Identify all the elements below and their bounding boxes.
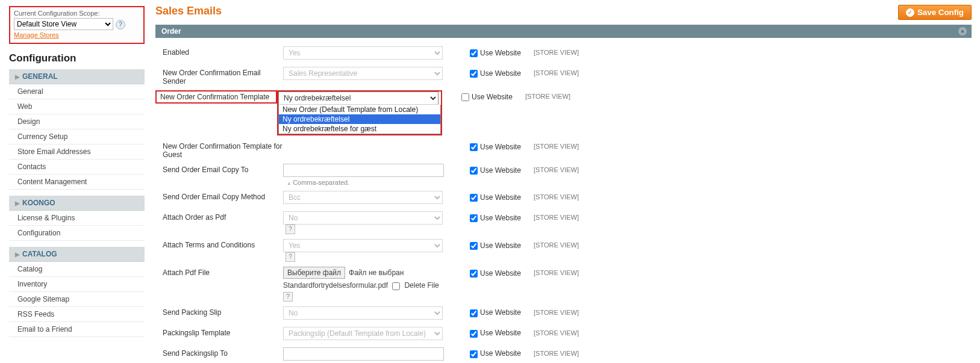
use-website-checkbox[interactable] bbox=[470, 143, 478, 151]
label-packing-slip: Send Packing Slip bbox=[155, 306, 283, 317]
sidebar-item[interactable]: Contacts bbox=[9, 160, 145, 175]
collapse-icon[interactable]: ▲ bbox=[958, 27, 967, 36]
use-website-template[interactable]: Use Website bbox=[459, 93, 513, 101]
use-website-copy-method[interactable]: Use Website bbox=[467, 193, 521, 202]
sidebar-item[interactable]: Catalog bbox=[9, 262, 145, 277]
file-status: Файл не выбран bbox=[349, 268, 404, 277]
check-icon: ✓ bbox=[906, 8, 914, 17]
use-website-checkbox[interactable] bbox=[470, 350, 478, 358]
use-website-checkbox[interactable] bbox=[470, 330, 478, 338]
input-packing-to[interactable] bbox=[283, 347, 444, 361]
page-title: Sales Emails bbox=[155, 5, 222, 17]
label-attach-file: Attach Pdf File bbox=[155, 267, 283, 277]
help-icon[interactable]: ? bbox=[283, 292, 293, 302]
use-website-attach-tc[interactable]: Use Website bbox=[467, 241, 521, 250]
nav-category[interactable]: ▶GENERAL bbox=[9, 69, 145, 84]
select-attach-pdf: No bbox=[283, 211, 443, 225]
label-copy-to: Send Order Email Copy To bbox=[155, 164, 283, 174]
delete-file-label: Delete File bbox=[404, 281, 439, 290]
sidebar-item[interactable]: Design bbox=[9, 114, 145, 129]
section-body-order: Enabled Yes Use Website [STORE VIEW] New… bbox=[155, 38, 972, 363]
help-icon[interactable]: ? bbox=[116, 20, 125, 29]
sidebar: Current Configuration Scope: Default Sto… bbox=[0, 0, 145, 363]
select-template-box: Ny ordrebekræftelsel New Order (Default … bbox=[277, 90, 442, 135]
select-sender: Sales Representative bbox=[283, 67, 443, 80]
input-copy-to[interactable] bbox=[283, 164, 444, 177]
help-icon[interactable]: ? bbox=[286, 252, 295, 262]
scope-tag: [STORE VIEW] bbox=[534, 140, 579, 150]
scope-tag: [STORE VIEW] bbox=[534, 191, 579, 200]
use-website-checkbox[interactable] bbox=[470, 242, 478, 250]
use-website-checkbox[interactable] bbox=[470, 270, 478, 278]
select-packing-tmpl: Packingslip (Default Template from Local… bbox=[283, 327, 443, 340]
scope-label: Current Configuration Scope: bbox=[14, 10, 140, 17]
chevron-right-icon: ▶ bbox=[15, 73, 20, 80]
scope-tag: [STORE VIEW] bbox=[534, 306, 579, 316]
file-choose-button[interactable]: Выберите файл bbox=[283, 267, 345, 279]
sidebar-item[interactable]: Email to a Friend bbox=[9, 322, 145, 337]
file-current-line: Standardfortrydelsesformular.pdf Delete … bbox=[283, 281, 451, 290]
chevron-right-icon: ▶ bbox=[15, 251, 20, 258]
sidebar-item[interactable]: RSS Feeds bbox=[9, 307, 145, 322]
sidebar-item[interactable]: Configuration bbox=[9, 226, 145, 241]
sidebar-item[interactable]: License & Plugins bbox=[9, 211, 145, 226]
use-website-checkbox[interactable] bbox=[470, 309, 478, 317]
label-attach-pdf: Attach Order as Pdf bbox=[155, 211, 283, 222]
save-config-button[interactable]: ✓Save Config bbox=[898, 5, 972, 20]
section-header-order[interactable]: Order ▲ bbox=[155, 25, 972, 38]
use-website-copy-to[interactable]: Use Website bbox=[467, 166, 521, 175]
note-copy-to: Comma-separated. bbox=[287, 179, 451, 186]
sidebar-item[interactable]: Inventory bbox=[9, 277, 145, 292]
scope-tag: [STORE VIEW] bbox=[534, 267, 579, 276]
sidebar-item[interactable]: Currency Setup bbox=[9, 129, 145, 144]
delete-file-checkbox[interactable] bbox=[392, 282, 400, 290]
scope-tag: [STORE VIEW] bbox=[534, 164, 579, 173]
use-website-attach-file[interactable]: Use Website bbox=[467, 269, 521, 278]
use-website-checkbox[interactable] bbox=[470, 167, 478, 175]
use-website-enabled[interactable]: Use Website bbox=[467, 49, 521, 57]
sidebar-item[interactable]: Content Management bbox=[9, 175, 145, 190]
section-title: Order bbox=[161, 27, 181, 36]
scope-tag: [STORE VIEW] bbox=[534, 347, 579, 357]
scope-tag: [STORE VIEW] bbox=[534, 46, 579, 56]
label-packing-to: Send Packingslip To bbox=[155, 347, 283, 358]
scope-tag: [STORE VIEW] bbox=[534, 67, 579, 76]
use-website-checkbox[interactable] bbox=[470, 70, 478, 78]
scope-tag: [STORE VIEW] bbox=[525, 90, 570, 100]
label-copy-method: Send Order Email Copy Method bbox=[155, 191, 283, 201]
file-current-name: Standardfortrydelsesformular.pdf bbox=[283, 281, 388, 290]
template-option-2[interactable]: Ny ordrebekræftelse for gæst bbox=[279, 124, 440, 134]
select-template-dropdown: New Order (Default Template from Locale)… bbox=[278, 105, 441, 134]
sidebar-item[interactable]: Store Email Addresses bbox=[9, 144, 145, 160]
use-website-packing-to[interactable]: Use Website bbox=[467, 349, 521, 358]
use-website-packing-slip[interactable]: Use Website bbox=[467, 308, 521, 317]
label-template-guest: New Order Confirmation Template for Gues… bbox=[155, 140, 283, 159]
sidebar-item[interactable]: Google Sitemap bbox=[9, 292, 145, 307]
save-config-label: Save Config bbox=[917, 8, 964, 17]
use-website-packing-tmpl[interactable]: Use Website bbox=[467, 329, 521, 337]
select-template[interactable]: Ny ordrebekræftelsel bbox=[278, 92, 439, 105]
scope-tag: [STORE VIEW] bbox=[534, 239, 579, 249]
use-website-checkbox[interactable] bbox=[470, 194, 478, 202]
use-website-attach-pdf[interactable]: Use Website bbox=[467, 214, 521, 222]
manage-stores-link[interactable]: Manage Stores bbox=[14, 31, 59, 39]
template-option-1[interactable]: Ny ordrebekræftelsel bbox=[279, 114, 440, 124]
nav-category[interactable]: ▶CATALOG bbox=[9, 247, 145, 262]
sidebar-item[interactable]: General bbox=[9, 84, 145, 99]
use-website-checkbox[interactable] bbox=[470, 49, 478, 57]
use-website-template-guest[interactable]: Use Website bbox=[467, 143, 521, 151]
nav-category[interactable]: ▶KOONGO bbox=[9, 196, 145, 211]
use-website-sender[interactable]: Use Website bbox=[467, 69, 521, 78]
label-packing-tmpl: Packingslip Template bbox=[155, 327, 283, 337]
use-website-checkbox[interactable] bbox=[470, 214, 478, 222]
template-option-0[interactable]: New Order (Default Template from Locale) bbox=[279, 105, 440, 114]
select-attach-tc: Yes bbox=[283, 239, 443, 252]
sidebar-item[interactable]: Web bbox=[9, 99, 145, 114]
use-website-checkbox[interactable] bbox=[461, 93, 469, 101]
scope-tag: [STORE VIEW] bbox=[534, 327, 579, 337]
select-packing-slip: No bbox=[283, 306, 443, 320]
main: Sales Emails ✓Save Config Order ▲ Enable… bbox=[145, 0, 980, 363]
scope-select[interactable]: Default Store View bbox=[14, 18, 113, 30]
help-icon[interactable]: ? bbox=[286, 225, 295, 234]
select-enabled: Yes bbox=[283, 46, 443, 60]
